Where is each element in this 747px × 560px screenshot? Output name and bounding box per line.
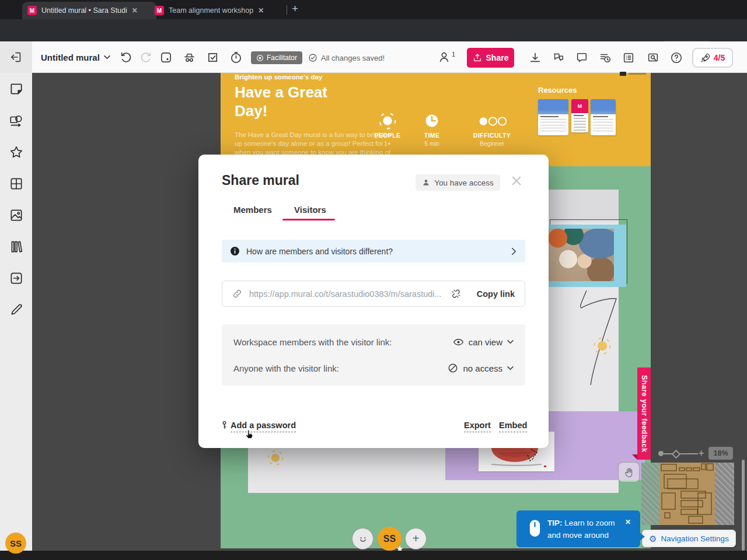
resource-card[interactable] (591, 99, 616, 135)
zoom-slider-track[interactable] (679, 453, 698, 454)
resource-card[interactable] (538, 99, 568, 135)
outline-button[interactable] (622, 51, 635, 64)
stat-time: TIME 5 min (416, 110, 448, 147)
find-on-mural-button[interactable] (647, 51, 659, 64)
help-button[interactable] (670, 51, 683, 64)
hand-icon (623, 467, 635, 478)
comment-button[interactable] (575, 51, 588, 64)
save-status: All changes saved! (308, 53, 385, 62)
user-avatar[interactable]: SS (5, 533, 26, 554)
navigation-settings-label: Navigation Settings (661, 534, 729, 543)
feedback-banner[interactable]: Share your feedback (637, 368, 651, 460)
anyone-permission-row: Anyone with the visitor link: no access (233, 360, 514, 376)
new-tab-button[interactable]: + (292, 2, 298, 15)
zoom-level-badge[interactable]: 18% (708, 447, 733, 460)
redo-button[interactable] (139, 51, 152, 64)
minimap[interactable] (641, 463, 734, 525)
sidebar-areas-button[interactable] (9, 176, 24, 191)
tab-close-icon[interactable]: ✕ (258, 7, 264, 14)
tab-title: Team alignment workshop (169, 6, 253, 15)
share-button[interactable]: Share (467, 48, 514, 68)
app-window: M Untitled mural • Sara Studi ✕ M Team a… (0, 0, 747, 560)
sidebar-shapes-button[interactable] (9, 113, 24, 128)
hand-tool-button[interactable] (618, 462, 640, 482)
invite-plus-button[interactable]: + (405, 528, 427, 550)
browser-tab-bar: M Untitled mural • Sara Studi ✕ M Team a… (0, 0, 747, 19)
members-visitors-info-banner[interactable]: How are members and visitors different? (222, 240, 525, 262)
timer-button[interactable] (229, 51, 243, 64)
tip-close-icon[interactable]: ✕ (625, 518, 631, 526)
copy-link-button[interactable]: Copy link (477, 289, 515, 299)
facilitator-avatar[interactable]: SS ★ (378, 527, 402, 551)
add-password-button[interactable]: Add a password (231, 421, 296, 432)
info-icon (231, 247, 239, 256)
sun-icon (376, 110, 399, 132)
zoom-in-button[interactable]: + (699, 448, 704, 459)
share-icon (473, 53, 482, 62)
visitor-link-url[interactable]: https://app.mural.co/t/sarastudio0383/m/… (249, 289, 444, 299)
tab-divider (287, 5, 287, 15)
tab-close-icon[interactable]: ✕ (132, 7, 138, 14)
chat-button[interactable] (552, 51, 565, 64)
sticky-note-tool-button[interactable] (159, 51, 173, 64)
gear-icon: ⚙ (649, 534, 657, 543)
undo-button[interactable] (120, 51, 132, 64)
browser-tab-active[interactable]: M Untitled mural • Sara Studi ✕ (22, 2, 156, 19)
close-icon[interactable] (511, 176, 523, 187)
info-banner-text: How are members and visitors different? (246, 247, 504, 256)
permission-dropdown[interactable]: no access (448, 363, 514, 373)
sidebar-import-button[interactable] (9, 271, 24, 286)
sidebar-sticky-notes-button[interactable] (9, 82, 24, 97)
bottom-bar (0, 551, 747, 560)
private-mode-icon[interactable] (183, 51, 196, 64)
exit-mural-button[interactable] (0, 41, 32, 73)
permission-dropdown[interactable]: can view (453, 337, 514, 348)
exit-icon (10, 51, 23, 64)
board-eyebrow: Brighten up someone's day (235, 74, 322, 80)
export-button[interactable]: Export (464, 421, 491, 432)
chevron-right-icon (511, 247, 516, 256)
sidebar-library-button[interactable] (9, 239, 24, 254)
tab-title: Untitled mural • Sara Studi (41, 6, 127, 15)
hands-photo[interactable] (549, 229, 614, 281)
facilitator-badge[interactable]: Facilitator (251, 51, 302, 64)
unlink-icon[interactable] (451, 288, 462, 299)
access-badge-label: You have access (434, 178, 494, 187)
activity-history-button[interactable] (599, 51, 612, 64)
hand-cursor (245, 429, 253, 439)
export-download-button[interactable] (529, 51, 542, 64)
tab-members[interactable]: Members (233, 205, 272, 215)
collaborators-count: 1 (452, 51, 455, 58)
rocket-icon (700, 52, 711, 63)
permissions-panel: Workspace members with the visitor link:… (222, 324, 525, 386)
zoom-out-handle[interactable] (658, 451, 664, 456)
sidebar-draw-button[interactable] (9, 302, 24, 317)
board-title: Have a Great Day! (235, 83, 351, 120)
embed-button[interactable]: Embed (499, 421, 527, 432)
mural-title-menu[interactable]: Untitled mural (41, 52, 110, 62)
chevron-down-icon (507, 340, 514, 344)
share-dialog: Share mural You have access Members Visi… (198, 155, 549, 448)
minimap-board (659, 463, 715, 525)
permission-value: no access (463, 363, 502, 373)
select-tool-button[interactable] (206, 51, 219, 64)
sidebar-templates-button[interactable] (9, 145, 24, 160)
resource-card[interactable]: M (571, 99, 588, 132)
sidebar-images-button[interactable] (9, 208, 24, 223)
vertical-scrollbar[interactable] (742, 460, 745, 551)
share-label: Share (486, 53, 509, 62)
navigation-settings-button[interactable]: ⚙ Navigation Settings (642, 530, 736, 547)
reactions-button[interactable] (352, 528, 374, 550)
clock-icon (421, 110, 443, 132)
tip-text: TIP: Learn to zoom and move around (547, 517, 624, 542)
person-icon (438, 51, 451, 64)
person-icon (422, 178, 430, 187)
chevron-down-icon (507, 366, 514, 370)
browser-tab-inactive[interactable]: M Team alignment workshop ✕ (149, 2, 293, 19)
collaborators-button[interactable]: 1 (438, 51, 455, 64)
no-access-icon (448, 363, 458, 373)
progress-count: 4/5 (714, 53, 725, 62)
eye-icon (453, 337, 464, 348)
tab-visitors[interactable]: Visitors (294, 205, 326, 215)
onboarding-progress-button[interactable]: 4/5 (692, 48, 733, 68)
